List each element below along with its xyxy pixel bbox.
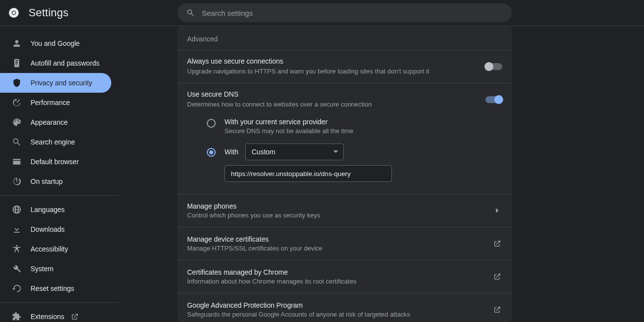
sidebar-item-reset[interactable]: Reset settings [0,279,111,298]
globe-icon [12,205,22,215]
sidebar-item-system[interactable]: System [0,259,111,279]
settings-sidebar: You and GoogleAutofill and passwordsPriv… [0,26,119,322]
sidebar-item-label: You and Google [31,39,80,47]
app-header: Settings [0,0,644,26]
sidebar-item-label: Autofill and passwords [31,59,99,67]
link-row-title: Certificates managed by Chrome [187,268,492,276]
row-secure-dns: Use secure DNS Determines how to connect… [177,83,512,116]
chrome-logo-icon [8,7,20,19]
clipboard-icon [12,58,22,68]
sidebar-item-label: Privacy and security [31,79,92,87]
link-row-chrome-certs[interactable]: Certificates managed by ChromeInformatio… [177,260,512,293]
sidebar-item-label: Search engine [31,138,75,146]
open-in-new-icon [492,305,502,315]
search-settings[interactable] [177,3,512,22]
radio-icon[interactable] [207,148,216,157]
link-row-title: Manage phones [187,202,492,210]
secure-connections-toggle[interactable] [485,63,502,70]
secure-dns-sub: Determines how to connect to websites ov… [187,100,476,109]
sidebar-item-default-browser[interactable]: Default browser [0,152,111,172]
person-icon [12,38,22,48]
sidebar-item-search-engine[interactable]: Search engine [0,132,111,152]
chevron-right-icon [492,206,502,215]
sidebar-item-performance[interactable]: Performance [0,93,111,112]
link-row-sub: Safeguards the personal Google Accounts … [187,311,492,318]
link-row-gap[interactable]: Google Advanced Protection ProgramSafegu… [177,293,512,322]
link-row-title: Manage device certificates [187,235,492,243]
download-icon [12,224,22,234]
chevron-down-icon [333,149,338,154]
search-input[interactable] [202,9,503,17]
dns-option-with[interactable]: With Custom [207,143,502,160]
browser-icon [12,157,22,167]
link-row-manage-phones[interactable]: Manage phonesControl which phones you us… [177,194,512,227]
sidebar-item-label: Languages [31,206,64,214]
accessibility-icon [12,244,22,254]
sidebar-item-appearance[interactable]: Appearance [0,112,111,132]
open-in-new-icon [492,239,502,249]
dns-option-current-title: With your current service provider [225,118,354,126]
sidebar-item-label: Reset settings [31,285,74,292]
secure-dns-title: Use secure DNS [187,90,476,98]
security-advanced-card: Advanced Always use secure connections U… [177,26,512,322]
sidebar-item-extensions[interactable]: Extensions [0,307,111,322]
link-row-manage-certs[interactable]: Manage device certificatesManage HTTPS/S… [177,227,512,260]
row-secure-connections: Always use secure connections Upgrade na… [177,50,512,83]
sidebar-item-label: On startup [31,178,63,185]
sidebar-item-label: Appearance [31,118,68,126]
sidebar-item-on-startup[interactable]: On startup [0,172,111,191]
power-icon [12,177,22,186]
sidebar-item-languages[interactable]: Languages [0,200,111,219]
svg-point-2 [12,11,15,14]
settings-main: Advanced Always use secure connections U… [119,26,644,322]
sidebar-item-label: System [31,265,54,273]
radio-icon[interactable] [207,119,216,128]
dns-option-with-label: With [225,148,238,156]
link-row-sub: Information about how Chrome manages its… [187,278,492,285]
dns-option-current-provider[interactable]: With your current service provider Secur… [207,118,502,135]
restore-icon [12,284,22,293]
secure-connections-sub: Upgrade navigations to HTTPS and warn yo… [187,67,476,76]
sidebar-item-label: Extensions [31,313,64,321]
dns-provider-dropdown[interactable]: Custom [245,143,344,160]
sidebar-item-downloads[interactable]: Downloads [0,219,111,239]
dns-provider-value: Custom [252,148,275,156]
link-row-title: Google Advanced Protection Program [187,301,492,309]
sidebar-item-label: Downloads [31,225,64,233]
secure-connections-title: Always use secure connections [187,57,476,65]
open-in-new-icon [492,272,502,282]
sidebar-item-label: Performance [31,99,70,107]
dns-custom-url-input[interactable] [225,165,392,182]
search-icon [186,8,195,17]
wrench-icon [12,264,22,274]
secure-dns-toggle[interactable] [485,96,502,103]
sidebar-item-accessibility[interactable]: Accessibility [0,239,111,259]
link-row-sub: Control which phones you use as security… [187,212,492,219]
page-title: Settings [29,6,68,19]
link-row-sub: Manage HTTPS/SSL certificates on your de… [187,245,492,252]
search-icon [12,137,22,147]
dns-option-current-sub: Secure DNS may not be available all the … [225,127,354,135]
sidebar-item-label: Accessibility [31,245,68,253]
speed-icon [12,98,22,107]
sidebar-item-label: Default browser [31,158,79,166]
sidebar-item-autofill[interactable]: Autofill and passwords [0,53,111,73]
secure-dns-options: With your current service provider Secur… [177,116,512,194]
section-title-advanced: Advanced [177,26,512,50]
palette-icon [12,117,22,127]
sidebar-item-privacy[interactable]: Privacy and security [0,73,111,93]
shield-icon [12,78,22,88]
sidebar-item-you-and-google[interactable]: You and Google [0,34,111,53]
open-in-new-icon [71,313,79,321]
extension-icon [12,312,22,322]
